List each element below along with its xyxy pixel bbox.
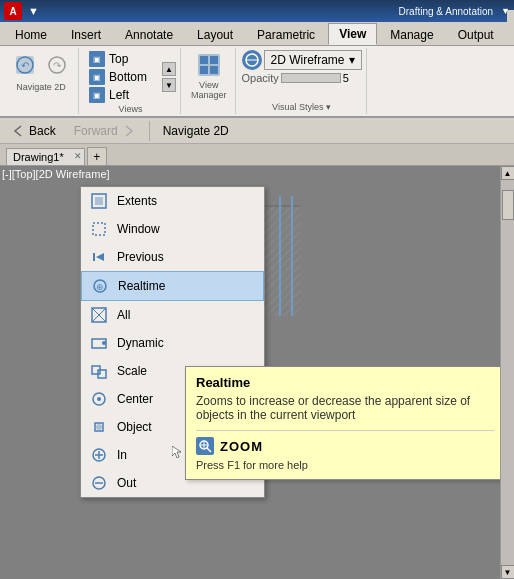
ribbon-panel: ↶ ↷ Navigate 2D ▣ Top ▣ Bottom <box>0 46 514 118</box>
view-bottom[interactable]: ▣ Bottom <box>85 68 160 86</box>
tooltip-zoom-icon <box>196 437 214 455</box>
workspace-selector[interactable]: Drafting & Annotation <box>399 6 494 17</box>
visual-style-icon <box>242 50 262 70</box>
tooltip-zoom-label: ZOOM <box>220 439 263 454</box>
svg-rect-23 <box>95 197 103 205</box>
tab-layout[interactable]: Layout <box>186 24 244 45</box>
svg-rect-9 <box>210 66 218 74</box>
all-icon <box>89 305 109 325</box>
object-icon <box>89 417 109 437</box>
app-logo: A <box>4 2 22 20</box>
svg-line-45 <box>207 448 211 452</box>
drawing-tab[interactable]: Drawing1* ✕ <box>6 148 85 165</box>
svg-rect-24 <box>93 223 105 235</box>
svg-rect-6 <box>200 56 208 64</box>
navigate-2d-toolbar[interactable]: Navigate 2D <box>156 121 236 141</box>
tab-annotate[interactable]: Annotate <box>114 24 184 45</box>
new-tab-button[interactable]: + <box>87 147 107 165</box>
extents-icon <box>89 191 109 211</box>
visual-styles-label: Visual Styles ▾ <box>242 102 362 112</box>
tooltip-title: Realtime <box>196 375 494 390</box>
view-left-icon: ▣ <box>89 87 105 103</box>
tooltip-help-text: Press F1 for more help <box>196 459 494 471</box>
title-bar: A ▼ Drafting & Annotation ▼ <box>0 0 514 22</box>
forward-button[interactable]: ↷ <box>42 50 72 80</box>
view-bottom-icon: ▣ <box>89 69 105 85</box>
scrollbar-track[interactable] <box>501 180 515 565</box>
view-top[interactable]: ▣ Top <box>85 50 160 68</box>
realtime-icon: ⊕ <box>90 276 110 296</box>
svg-text:⊕: ⊕ <box>96 282 104 292</box>
cursor-indicator <box>172 446 184 458</box>
opacity-value: 5 <box>343 72 349 84</box>
back-button[interactable]: ↶ <box>10 50 40 80</box>
tab-view[interactable]: View <box>328 23 377 45</box>
view-left[interactable]: ▣ Left <box>85 86 160 104</box>
close-tab-button[interactable]: ✕ <box>74 151 82 161</box>
tab-parametric[interactable]: Parametric <box>246 24 326 45</box>
tab-plugins[interactable]: Plug-ins <box>507 10 514 45</box>
menu-item-dynamic[interactable]: Dynamic <box>81 329 264 357</box>
scale-icon <box>89 361 109 381</box>
center-icon <box>89 389 109 409</box>
svg-text:↷: ↷ <box>53 60 62 71</box>
views-scroll-up[interactable]: ▲ <box>162 62 176 76</box>
svg-rect-8 <box>200 66 208 74</box>
menu-item-previous[interactable]: Previous <box>81 243 264 271</box>
in-icon <box>89 445 109 465</box>
back-nav-button[interactable]: Back <box>4 120 63 142</box>
view-manager-group: View Manager <box>183 48 236 114</box>
visual-styles-group: 2D Wireframe ▾ Opacity 5 Visual Styles ▾ <box>238 48 367 114</box>
opacity-label: Opacity <box>242 72 279 84</box>
ribbon-tabs: Home Insert Annotate Layout Parametric V… <box>0 22 514 46</box>
svg-point-32 <box>102 341 106 345</box>
window-icon <box>89 219 109 239</box>
views-scroll-down[interactable]: ▼ <box>162 78 176 92</box>
app-title: ▼ <box>28 5 39 17</box>
navigate-group: ↶ ↷ Navigate 2D <box>4 48 79 114</box>
tab-home[interactable]: Home <box>4 24 58 45</box>
scroll-down-button[interactable]: ▼ <box>501 565 515 579</box>
tooltip-description: Zooms to increase or decrease the appare… <box>196 394 494 422</box>
views-label: Views <box>85 104 176 114</box>
svg-point-36 <box>97 397 101 401</box>
scrollbar-thumb[interactable] <box>502 190 514 220</box>
menu-item-window[interactable]: Window <box>81 215 264 243</box>
previous-icon <box>89 247 109 267</box>
wireframe-selector[interactable]: 2D Wireframe ▾ <box>264 50 362 70</box>
canvas-label: [-][Top][2D Wireframe] <box>2 168 110 180</box>
dynamic-icon <box>89 333 109 353</box>
menu-item-all[interactable]: All <box>81 301 264 329</box>
menu-item-realtime[interactable]: ⊕ Realtime <box>81 271 264 301</box>
navigate-label: Navigate 2D <box>16 82 66 92</box>
tab-output[interactable]: Output <box>447 24 505 45</box>
svg-rect-7 <box>210 56 218 64</box>
tab-insert[interactable]: Insert <box>60 24 112 45</box>
svg-point-38 <box>96 424 102 430</box>
svg-text:↶: ↶ <box>21 60 29 71</box>
main-area: [-][Top][2D Wireframe] <box>0 166 514 579</box>
menu-item-extents[interactable]: Extents <box>81 187 264 215</box>
vertical-scrollbar[interactable]: ▲ ▼ <box>500 166 514 579</box>
toolbar-area: Back Forward Navigate 2D <box>0 118 514 144</box>
separator <box>149 121 150 141</box>
tooltip-box: Realtime Zooms to increase or decrease t… <box>185 366 500 480</box>
view-top-icon: ▣ <box>89 51 105 67</box>
views-group: ▣ Top ▣ Bottom ▣ Left ▲ ▼ Views <box>81 48 181 114</box>
out-icon <box>89 473 109 493</box>
view-manager-label: View <box>199 80 218 90</box>
tab-manage[interactable]: Manage <box>379 24 444 45</box>
opacity-slider[interactable] <box>281 73 341 83</box>
forward-nav-button[interactable]: Forward <box>67 120 143 142</box>
view-manager-button[interactable] <box>194 50 224 80</box>
scroll-up-button[interactable]: ▲ <box>501 166 515 180</box>
drawing-canvas[interactable]: Extents Window Previous ⊕ Realtime <box>0 166 500 579</box>
tab-bar: Drawing1* ✕ + <box>0 144 514 166</box>
